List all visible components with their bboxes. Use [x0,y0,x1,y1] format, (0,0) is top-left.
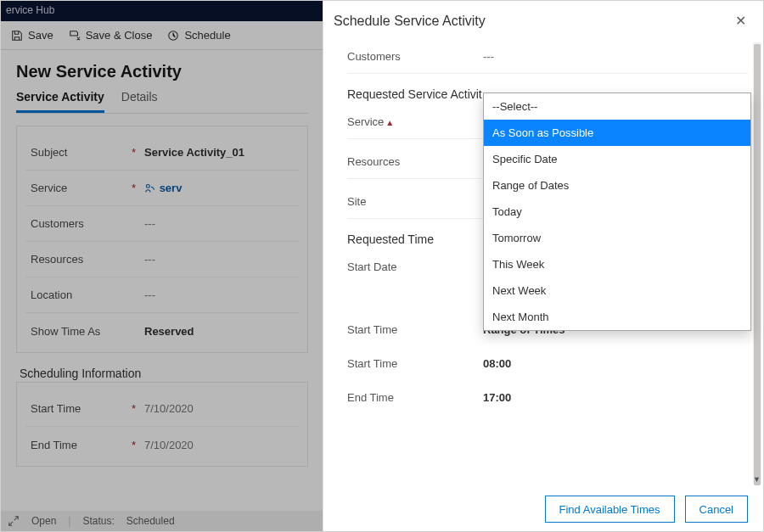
panel-row-end-time: End Time 17:00 [347,380,748,414]
panel-starttime2-label: Start Time [347,357,483,370]
panel-starttime2-value[interactable]: 08:00 [483,357,748,370]
dropdown-option[interactable]: Next Month [484,304,750,330]
dropdown-option[interactable]: Specific Date [484,146,750,172]
panel-row-start-time-2: Start Time 08:00 [347,346,748,380]
panel-starttime-label: Start Time [347,323,483,336]
scrollbar-down-arrow[interactable]: ▼ [753,475,761,484]
panel-header: Schedule Service Activity ✕ [323,1,763,39]
panel-customers-value[interactable]: --- [483,50,748,63]
schedule-panel: Schedule Service Activity ✕ ▼ Customers … [323,1,763,531]
panel-site-label: Site [347,195,483,208]
panel-divider [347,73,748,74]
dropdown-option[interactable]: Range of Dates [484,172,750,199]
scrollbar-thumb[interactable] [754,44,761,485]
dropdown-option[interactable]: This Week [484,251,750,277]
cancel-button[interactable]: Cancel [685,496,748,523]
start-date-dropdown[interactable]: --Select--As Soon as PossibleSpecific Da… [483,92,751,331]
find-available-times-button[interactable]: Find Available Times [545,496,675,523]
panel-body: ▼ Customers --- Requested Service Activi… [323,39,763,487]
panel-scrollbar[interactable] [753,42,761,484]
close-button[interactable]: ✕ [732,9,750,32]
required-badge: ▲ [385,118,394,127]
panel-title: Schedule Service Activity [334,14,486,29]
panel-row-customers: Customers --- [347,39,748,73]
close-icon: ✕ [735,14,746,28]
panel-endtime-label: End Time [347,391,483,404]
modal-backdrop [1,1,323,531]
dropdown-option[interactable]: Today [484,199,750,225]
panel-footer: Find Available Times Cancel [323,487,763,531]
panel-endtime-value[interactable]: 17:00 [483,391,748,404]
dropdown-option[interactable]: As Soon as Possible [484,120,750,146]
dropdown-option[interactable]: Next Week [484,277,750,304]
panel-startdate-label: Start Date [347,260,483,273]
panel-service-label: Service▲ [347,115,483,128]
dropdown-option[interactable]: Tomorrow [484,225,750,251]
panel-customers-label: Customers [347,50,483,63]
panel-resources-label: Resources [347,155,483,168]
dropdown-option[interactable]: --Select-- [484,93,750,120]
